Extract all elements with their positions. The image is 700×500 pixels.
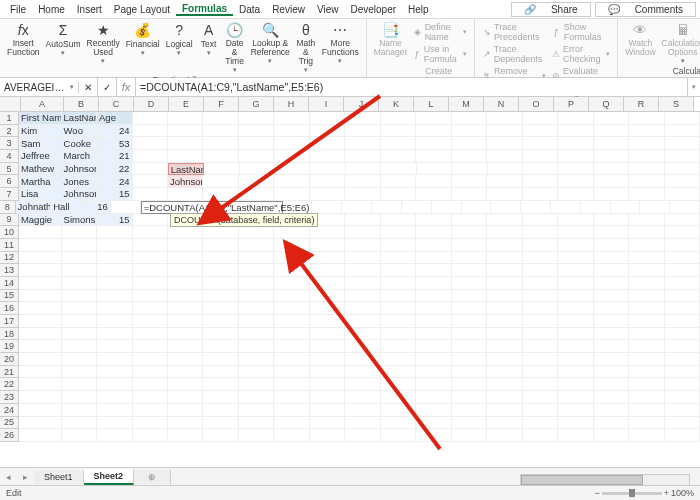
cell-B22[interactable] [62,378,97,391]
cell-J1[interactable] [345,112,380,125]
col-header-F[interactable]: F [204,97,239,111]
menu-formulas[interactable]: Formulas [176,3,233,16]
cell-S25[interactable] [665,417,700,430]
cell-G14[interactable] [239,277,274,290]
more-functions-button[interactable]: ⋯More Functions [319,21,362,74]
cell-A4[interactable]: Jeffree [19,150,62,163]
cell-M14[interactable] [452,277,487,290]
cell-I8[interactable] [372,201,402,214]
cell-A3[interactable]: Sam [19,137,62,150]
cell-L15[interactable] [416,290,451,303]
cell-C23[interactable] [97,391,132,404]
cell-K9[interactable] [381,214,416,227]
cell-D15[interactable] [133,290,168,303]
cell-P25[interactable] [558,417,593,430]
cell-F14[interactable] [203,277,238,290]
cell-M8[interactable] [491,201,521,214]
cell-F2[interactable] [203,125,238,138]
cell-E19[interactable] [168,340,203,353]
cell-E3[interactable] [168,137,203,150]
cell-O24[interactable] [523,404,558,417]
cell-J11[interactable] [345,239,380,252]
cell-Q10[interactable] [594,226,629,239]
cell-P18[interactable] [558,328,593,341]
col-header-C[interactable]: C [99,97,134,111]
cell-B4[interactable]: March [62,150,97,163]
cell-I26[interactable] [310,429,345,442]
cell-L1[interactable] [416,112,451,125]
cell-M19[interactable] [452,340,487,353]
col-header-L[interactable]: L [414,97,449,111]
col-header-H[interactable]: H [274,97,309,111]
cell-R13[interactable] [629,264,664,277]
cell-A11[interactable] [19,239,62,252]
cell-B17[interactable] [62,315,97,328]
cell-R25[interactable] [629,417,664,430]
cell-N22[interactable] [487,378,522,391]
cell-P20[interactable] [558,353,593,366]
cell-G19[interactable] [239,340,274,353]
cell-N15[interactable] [487,290,522,303]
col-header-N[interactable]: N [484,97,519,111]
cell-Q23[interactable] [594,391,629,404]
cell-J16[interactable] [345,302,380,315]
cell-P14[interactable] [558,277,593,290]
watch-window-button[interactable]: 👁Watch Window [622,21,658,65]
cell-P5[interactable] [558,163,593,176]
cell-N18[interactable] [487,328,522,341]
cell-S18[interactable] [665,328,700,341]
cell-L2[interactable] [416,125,451,138]
cell-L6[interactable] [416,175,451,188]
cell-J23[interactable] [345,391,380,404]
cell-H23[interactable] [274,391,309,404]
cell-C25[interactable] [97,417,132,430]
row-header-9[interactable]: 9 [0,214,19,227]
cell-I20[interactable] [310,353,345,366]
cell-C15[interactable] [97,290,132,303]
name-box[interactable]: AVERAGEI… [0,82,79,93]
cell-F11[interactable] [203,239,238,252]
cell-K17[interactable] [381,315,416,328]
cell-C3[interactable]: 53 [97,137,132,150]
error-checking-button[interactable]: ⚠Error Checking▾ [549,44,614,64]
recently-used-button[interactable]: ★Recently Used [84,21,123,74]
cell-P10[interactable] [558,226,593,239]
cell-E17[interactable] [168,315,203,328]
cell-B8[interactable]: Hall [51,201,81,214]
cell-A25[interactable] [19,417,62,430]
cell-P2[interactable] [558,125,593,138]
cell-N26[interactable] [487,429,522,442]
cell-G10[interactable] [239,226,274,239]
cell-L3[interactable] [416,137,451,150]
cell-G25[interactable] [239,417,274,430]
zoom-out-icon[interactable]: − [594,488,599,498]
menu-developer[interactable]: Developer [344,4,402,15]
cell-F26[interactable] [203,429,238,442]
cell-O3[interactable] [523,137,558,150]
cell-B15[interactable] [62,290,97,303]
row-header-26[interactable]: 26 [0,429,19,442]
col-header-Q[interactable]: Q [589,97,624,111]
cell-L22[interactable] [416,378,451,391]
cell-M1[interactable] [452,112,487,125]
row-header-18[interactable]: 18 [0,328,19,341]
cell-J21[interactable] [345,366,380,379]
cell-F5[interactable] [204,163,239,176]
cell-N3[interactable] [487,137,522,150]
cell-D9[interactable] [133,214,168,227]
text-button[interactable]: AText [196,21,222,74]
cell-J3[interactable] [345,137,380,150]
cell-B12[interactable] [62,252,97,265]
cell-J18[interactable] [345,328,380,341]
cell-K14[interactable] [381,277,416,290]
cell-J10[interactable] [345,226,380,239]
cell-Q13[interactable] [594,264,629,277]
cell-S9[interactable] [665,214,700,227]
cell-R15[interactable] [629,290,664,303]
row-header-3[interactable]: 3 [0,137,19,150]
menu-page-layout[interactable]: Page Layout [108,4,176,15]
cell-N12[interactable] [487,252,522,265]
cell-R2[interactable] [629,125,664,138]
cell-H18[interactable] [274,328,309,341]
enter-icon[interactable]: ✓ [98,78,117,96]
